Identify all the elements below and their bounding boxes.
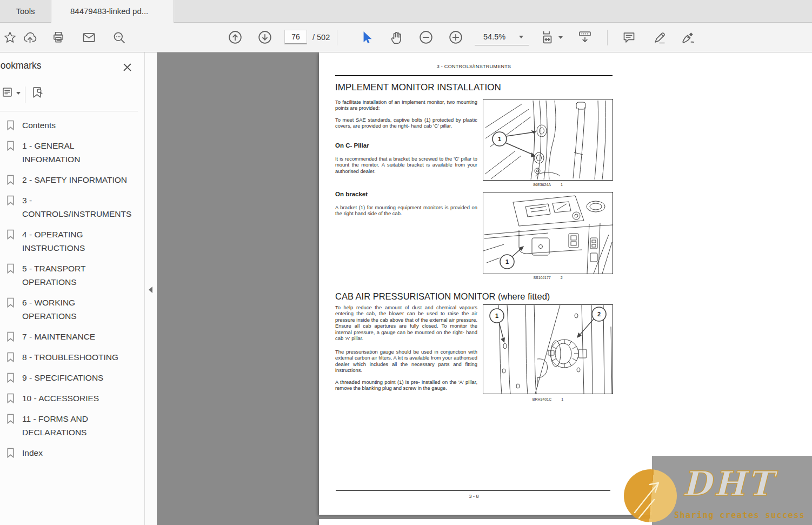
zoom-out-icon[interactable] bbox=[416, 28, 436, 47]
signature-icon[interactable] bbox=[678, 28, 698, 47]
subsection-title-on-c-pillar: On C- Pillar bbox=[335, 142, 369, 149]
fit-width-icon[interactable] bbox=[540, 28, 564, 47]
bookmark-item-working-operations[interactable]: 6 - WORKING OPERATIONS bbox=[6, 296, 128, 323]
figure-caption: BRH3401C1 bbox=[483, 397, 613, 401]
bookmarks-panel: Bookmarks Contents 1 - GENERAL INFORMATI… bbox=[0, 52, 145, 525]
chevron-down-icon bbox=[558, 36, 563, 39]
tab-bar: Tools 84479483-linked pd... bbox=[0, 0, 812, 23]
bookmarks-panel-title: Bookmarks bbox=[0, 60, 42, 71]
search-icon[interactable] bbox=[109, 28, 129, 47]
bookmark-item-general-information[interactable]: 1 - GENERAL INFORMATION bbox=[6, 139, 128, 166]
bookmark-item-maintenance[interactable]: 7 - MAINTENANCE bbox=[6, 330, 128, 343]
bookmark-item-contents[interactable]: Contents bbox=[6, 118, 128, 132]
watermark-brand: DHT bbox=[682, 463, 812, 505]
bookmark-item-transport-operations[interactable]: 5 - TRANSPORT OPERATIONS bbox=[6, 262, 128, 289]
print-icon[interactable] bbox=[49, 28, 68, 47]
bookmark-item-index[interactable]: Index bbox=[6, 446, 128, 460]
bookmark-item-operating-instructions[interactable]: 4 - OPERATING INSTRUCTIONS bbox=[6, 228, 128, 255]
toolbar-separator bbox=[607, 30, 608, 45]
main-toolbar: / 502 54.5% bbox=[0, 23, 812, 52]
paragraph: To help reduce the amount of dust and ch… bbox=[335, 304, 477, 341]
svg-text:1: 1 bbox=[495, 313, 498, 319]
watermark-tagline: Sharing creates success bbox=[674, 510, 805, 520]
sidebar-collapse-handle[interactable] bbox=[145, 52, 157, 525]
select-tool-icon[interactable] bbox=[357, 28, 376, 47]
page-footer: 3 - 8 bbox=[335, 494, 613, 499]
document-canvas[interactable]: 3 - CONTROLS/INSTRUMENTS IMPLEMENT MONIT… bbox=[157, 52, 812, 525]
bookmark-item-specifications[interactable]: 9 - SPECIFICATIONS bbox=[6, 371, 128, 384]
previous-page-icon[interactable] bbox=[225, 28, 245, 47]
bookmark-item-safety-information[interactable]: 2 - SAFETY INFORMATION bbox=[6, 173, 128, 187]
bookmark-item-controls-instruments[interactable]: 3 - CONTROLS/INSTRUMENTS bbox=[6, 194, 128, 221]
svg-text:1: 1 bbox=[505, 258, 509, 265]
svg-text:1: 1 bbox=[498, 136, 501, 142]
email-icon[interactable] bbox=[79, 28, 98, 47]
page-total-label: / 502 bbox=[312, 23, 330, 52]
paragraph: A threaded mounting point (1) is pre- in… bbox=[335, 379, 477, 391]
paragraph: A bracket (1) for mounting equipment mon… bbox=[335, 204, 477, 217]
zoom-level-dropdown[interactable]: 54.5% bbox=[475, 29, 529, 45]
paragraph: To facilitate installation of an impleme… bbox=[335, 99, 477, 111]
figure-caption: SS10J1772 bbox=[483, 276, 613, 280]
running-header: 3 - CONTROLS/INSTRUMENTS bbox=[335, 64, 613, 69]
toolbar-display-icon[interactable] bbox=[575, 28, 595, 47]
pdf-viewer-window: Tools 84479483-linked pd... / 502 bbox=[0, 0, 812, 525]
watermark-arrow-logo-icon bbox=[624, 469, 677, 522]
highlight-pen-icon[interactable] bbox=[650, 28, 669, 47]
bookmark-item-accessories[interactable]: 10 - ACCESSORIES bbox=[6, 391, 128, 405]
sidebar-toolbar-separator bbox=[25, 87, 25, 103]
cloud-upload-icon[interactable] bbox=[20, 28, 39, 47]
zoom-level-value: 54.5% bbox=[483, 32, 505, 41]
bookmark-item-troubleshooting[interactable]: 8 - TROUBLESHOOTING bbox=[6, 350, 128, 364]
chevron-down-icon bbox=[16, 92, 21, 95]
hand-tool-icon[interactable] bbox=[387, 28, 406, 47]
figure-cab-bracket: 1 bbox=[483, 192, 613, 274]
sidebar-divider bbox=[0, 111, 138, 111]
bookmarks-toolbar bbox=[0, 85, 145, 105]
chevron-down-icon bbox=[519, 36, 523, 38]
subsection-title-on-bracket: On bracket bbox=[335, 191, 368, 197]
paragraph: It is recommended that a bracket be scre… bbox=[335, 156, 477, 174]
footer-rule bbox=[336, 490, 610, 491]
section-title-implement-monitor: IMPLEMENT MONITOR INSTALLATION bbox=[335, 82, 501, 93]
paragraph: To meet SAE standards, captive bolts (1)… bbox=[335, 117, 477, 129]
svg-text:2: 2 bbox=[597, 311, 601, 317]
toolbar-separator bbox=[337, 30, 337, 45]
figure-a-pillar-gauge: 1 2 bbox=[483, 304, 613, 394]
page-number-input[interactable] bbox=[284, 30, 307, 44]
section-title-cab-air: CAB AIR PRESSURISATION MONITOR (where fi… bbox=[335, 291, 550, 302]
next-page-icon[interactable] bbox=[255, 28, 275, 47]
header-rule bbox=[335, 75, 613, 76]
collapse-left-icon bbox=[149, 287, 152, 293]
paragraph: The pressurisation gauge should be used … bbox=[335, 349, 477, 374]
bookmarks-list: Contents 1 - GENERAL INFORMATION 2 - SAF… bbox=[6, 118, 128, 460]
zoom-in-icon[interactable] bbox=[446, 28, 465, 47]
comment-icon[interactable] bbox=[619, 28, 638, 47]
figure-caption: 86E3624A1 bbox=[483, 183, 613, 187]
favorites-star-icon[interactable] bbox=[0, 28, 19, 47]
expand-current-bookmark-icon[interactable] bbox=[31, 86, 44, 102]
close-icon[interactable] bbox=[121, 61, 133, 73]
pdf-page: 3 - CONTROLS/INSTRUMENTS IMPLEMENT MONIT… bbox=[319, 52, 812, 515]
bookmark-options-icon[interactable] bbox=[2, 86, 15, 101]
bookmark-item-forms-declarations[interactable]: 11 - FORMS AND DECLARATIONS bbox=[6, 412, 128, 439]
figure-c-pillar-bolts: 1 bbox=[483, 99, 613, 181]
tab-document[interactable]: 84479483-linked pd... bbox=[51, 0, 174, 23]
tab-tools[interactable]: Tools bbox=[0, 0, 51, 23]
